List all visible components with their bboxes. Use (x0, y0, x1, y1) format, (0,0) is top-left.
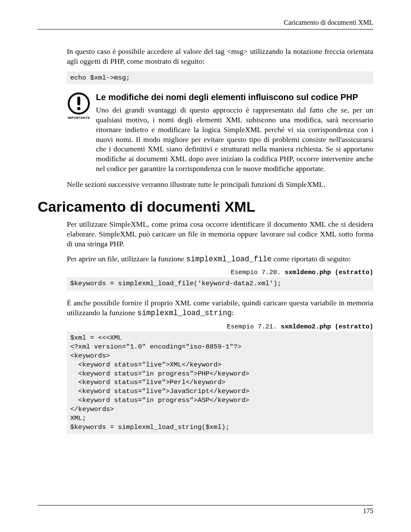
code-block: $keywords = simplexml_load_file('keyword… (67, 277, 373, 290)
paragraph: Per utilizzare SimpleXML, come prima cos… (67, 219, 373, 248)
example-filename: sxmldemo2.php (estratto) (281, 323, 373, 331)
code-block: echo $xml->msg; (67, 71, 373, 85)
text-span: Per aprire un file, utilizzare la funzio… (67, 254, 186, 263)
callout-important: IMPORTANTE Le modifiche dei nomi degli e… (67, 92, 373, 173)
example-filename: sxmldemo.php (estratto) (285, 269, 373, 276)
code-example-label: Esempio 7.21. sxmldemo2.php (estratto) (67, 323, 373, 331)
section-heading: Caricamento di documenti XML (38, 198, 373, 215)
callout-title: Le modifiche dei nomi degli elementi inf… (96, 92, 373, 103)
example-number: Esempio 7.20. (231, 269, 285, 276)
code-block: $xml = <<<XML <?xml version="1.0" encodi… (67, 331, 373, 434)
inline-code: simplexml_load_file (186, 255, 272, 263)
code-example-label: Esempio 7.20. sxmldemo.php (estratto) (67, 269, 373, 276)
running-header: Caricamento di documenti XML (38, 19, 373, 30)
inline-code: simplexml_load_string (137, 309, 232, 317)
important-icon: IMPORTANTE (67, 92, 91, 173)
callout-body-text: Uno dei grandi svantaggi di questo appro… (96, 105, 373, 173)
important-icon-label: IMPORTANTE (68, 116, 90, 120)
svg-point-2 (77, 107, 80, 110)
svg-rect-1 (77, 97, 80, 105)
example-number: Esempio 7.21. (227, 323, 281, 331)
paragraph: È anche possibile fornire il proprio XML… (67, 298, 373, 318)
text-span: come riportato di seguito: (271, 254, 351, 263)
page-number: 175 (38, 505, 373, 515)
paragraph: Nelle sezioni successive verranno illust… (67, 180, 373, 189)
paragraph: In questo caso è possibile accedere al v… (67, 47, 373, 66)
text-span: : (232, 308, 234, 317)
paragraph: Per aprire un file, utilizzare la funzio… (67, 254, 373, 264)
